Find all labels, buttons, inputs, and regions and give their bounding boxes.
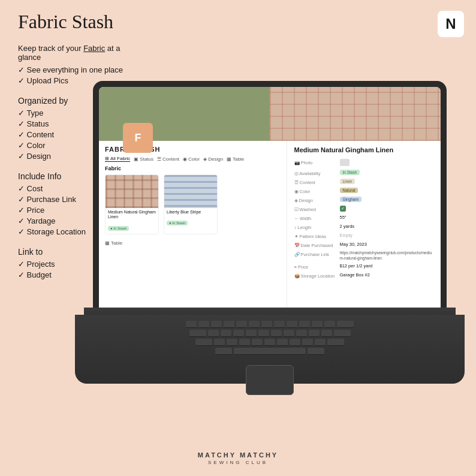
detail-value-storage-location: Garage Box #2 bbox=[340, 272, 434, 278]
table-section: ▦ Table bbox=[105, 240, 281, 246]
detail-label-price: ≡ Price bbox=[294, 263, 338, 270]
detail-row-content: ☰ Content Linen bbox=[294, 179, 434, 185]
fabric-card-1-badge-text: In Stash bbox=[113, 227, 126, 230]
design-icon: ◈ bbox=[203, 156, 207, 162]
detail-row-color: ◉ Color Natural bbox=[294, 188, 434, 194]
key bbox=[249, 321, 260, 328]
key-enter bbox=[334, 330, 351, 337]
key bbox=[264, 339, 275, 346]
key bbox=[227, 339, 237, 346]
screen-main: FABRIC STASH ⊞ All Fabric ▣ Status ☰ Con bbox=[99, 141, 441, 309]
detail-value-design: Gingham bbox=[340, 197, 434, 202]
key bbox=[261, 321, 272, 328]
detail-row-purchase-link: 🔗 Purchase Link https://matchymatchysewi… bbox=[294, 251, 434, 261]
fabric-cards-list: Medium Natural Gingham Linen ● In Stash bbox=[105, 174, 281, 234]
screen-banner: F bbox=[99, 87, 441, 141]
detail-label-content: ☰ Content bbox=[294, 179, 338, 185]
detail-value-purchase-link: https://matchymatchysewingclub.com/produ… bbox=[340, 251, 434, 261]
grid-icon: ⊞ bbox=[105, 156, 109, 161]
key bbox=[221, 330, 231, 337]
fabric-card-2[interactable]: Liberty Blue Stripe ● In Stash bbox=[164, 174, 218, 234]
plaid-overlay-1 bbox=[106, 175, 158, 208]
key bbox=[277, 339, 288, 346]
color-badge: Natural bbox=[340, 188, 358, 193]
key bbox=[252, 339, 263, 346]
bottom-brand: MATCHY MATCHY SEWING CLUB bbox=[198, 451, 278, 465]
key bbox=[274, 321, 285, 328]
key bbox=[236, 321, 247, 328]
table-icon-label: ▦ bbox=[105, 240, 110, 246]
key bbox=[287, 321, 297, 328]
fabric-db-icon: F bbox=[123, 123, 153, 153]
fabric-card-2-image bbox=[164, 175, 217, 208]
detail-value-width: 55" bbox=[340, 215, 434, 220]
content-badge: Linen bbox=[340, 179, 356, 184]
detail-value-pattern-ideas: Empty bbox=[340, 233, 434, 238]
brand-name: MATCHY MATCHY bbox=[198, 451, 278, 459]
feature-see-everything: ✓ See everything in one place bbox=[18, 65, 144, 74]
detail-panel: Medium Natural Gingham Linen 📷 Photo ◎ A… bbox=[287, 141, 441, 309]
notion-icon: N bbox=[438, 11, 464, 37]
key bbox=[309, 330, 320, 337]
detail-value-photo bbox=[340, 159, 434, 167]
detail-label-purchase-link: 🔗 Purchase Link bbox=[294, 251, 338, 257]
detail-label-design: ◈ Design bbox=[294, 197, 338, 203]
detail-row-washed: ☑ Washed bbox=[294, 206, 434, 212]
key bbox=[290, 339, 300, 346]
detail-label-washed: ☑ Washed bbox=[294, 206, 338, 212]
key-row-space bbox=[99, 348, 441, 355]
key bbox=[315, 339, 326, 346]
keyboard-area bbox=[75, 315, 465, 384]
tab-table-label: Table bbox=[233, 156, 244, 162]
detail-value-color: Natural bbox=[340, 188, 434, 193]
tab-color[interactable]: ◉ Color bbox=[183, 156, 200, 162]
key bbox=[214, 339, 225, 346]
trackpad[interactable] bbox=[246, 365, 294, 395]
fabric-card-1-image bbox=[106, 175, 158, 208]
key-cmd-right bbox=[308, 348, 324, 355]
detail-row-design: ◈ Design Gingham bbox=[294, 197, 434, 203]
tab-all-fabric[interactable]: ⊞ All Fabric bbox=[105, 156, 130, 162]
key bbox=[296, 330, 307, 337]
key bbox=[302, 339, 313, 346]
db-tabs: ⊞ All Fabric ▣ Status ☰ Content ◉ bbox=[105, 156, 281, 162]
laptop-screen: F FABRIC STASH ⊞ All Fabric ▣ Status bbox=[99, 87, 441, 309]
key-shift-left bbox=[195, 339, 212, 346]
key bbox=[246, 330, 257, 337]
key-tab bbox=[189, 330, 206, 337]
laptop-outer: F FABRIC STASH ⊞ All Fabric ▣ Status bbox=[93, 81, 447, 315]
tab-content[interactable]: ☰ Content bbox=[157, 156, 179, 162]
fabric-card-1-badge: ● In Stash bbox=[108, 226, 129, 231]
key bbox=[299, 321, 310, 328]
tab-table[interactable]: ▦ Table bbox=[227, 156, 244, 162]
key bbox=[321, 330, 332, 337]
color-icon: ◉ bbox=[183, 156, 187, 162]
detail-value-date-purchased: May 30, 2023 bbox=[340, 242, 434, 247]
tab-content-label: Content bbox=[162, 156, 179, 162]
key bbox=[186, 321, 197, 328]
key-shift-right bbox=[327, 339, 344, 346]
tab-status[interactable]: ▣ Status bbox=[134, 156, 153, 162]
key bbox=[198, 321, 209, 328]
section-label: Fabric bbox=[105, 165, 281, 171]
status-icon: ▣ bbox=[134, 156, 138, 162]
detail-value-availability: In Stash bbox=[340, 170, 434, 175]
key bbox=[224, 321, 234, 328]
banner-right-fabric bbox=[270, 87, 441, 141]
key-cmd-left bbox=[215, 348, 232, 355]
key bbox=[271, 330, 282, 337]
fabric-card-1[interactable]: Medium Natural Gingham Linen ● In Stash bbox=[105, 174, 159, 234]
detail-row-photo: 📷 Photo bbox=[294, 159, 434, 167]
laptop: F FABRIC STASH ⊞ All Fabric ▣ Status bbox=[93, 81, 465, 399]
detail-row-price: ≡ Price $12 per 1/2 yard bbox=[294, 263, 434, 270]
tab-design[interactable]: ◈ Design bbox=[203, 156, 223, 162]
detail-label-length: ↕ Length bbox=[294, 224, 338, 230]
notion-logo-letter: N bbox=[445, 16, 456, 32]
key bbox=[239, 339, 250, 346]
key-spacebar bbox=[234, 348, 306, 355]
tab-status-label: Status bbox=[140, 156, 153, 162]
detail-label-storage-location: 📦 Storage Location bbox=[294, 272, 338, 279]
key-backspace bbox=[337, 321, 354, 328]
key bbox=[324, 321, 335, 328]
table-label: Table bbox=[111, 240, 122, 246]
